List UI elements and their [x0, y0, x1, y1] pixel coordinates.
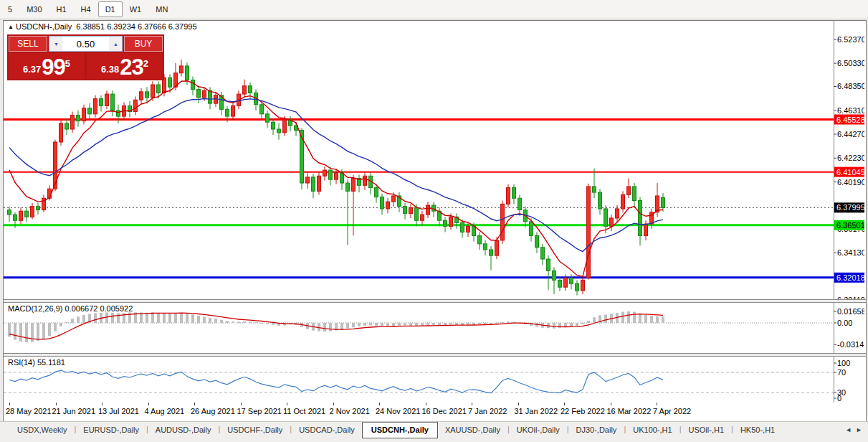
tab-scroll-left-icon[interactable]: ◄	[845, 426, 852, 433]
candle-body	[329, 170, 333, 179]
date-tick	[472, 403, 472, 405]
macd-bar	[105, 313, 108, 323]
buy-price-box[interactable]: 6.38232	[87, 53, 163, 79]
date-tick	[564, 403, 565, 405]
timeframe-button-h4[interactable]: H4	[74, 1, 98, 17]
symbol-tab-usdchf-daily[interactable]: USDCHF-,Daily	[220, 422, 290, 437]
symbol-tab-xauusd-daily[interactable]: XAUUSD-,Daily	[438, 422, 507, 437]
chart-title-symbol: USDCNH-,Daily	[16, 22, 72, 31]
symbol-tab-usdx-weekly[interactable]: USDX,Weekly	[10, 422, 74, 437]
candle-body	[432, 205, 436, 211]
symbol-tab-uk100-h1[interactable]: UK100-,H1	[626, 422, 679, 437]
macd-bar	[191, 314, 194, 323]
symbol-tab-hk50-h1[interactable]: HK50-,H1	[733, 422, 782, 437]
timeframe-button-d1[interactable]: D1	[98, 1, 123, 17]
lot-increase-button[interactable]: ▲	[109, 37, 122, 51]
candle-body	[570, 278, 573, 283]
rsi-pane[interactable]: 10070300 RSI(14) 55.1181	[4, 357, 866, 403]
candle-body	[186, 66, 189, 80]
candle-body	[449, 217, 453, 226]
macd-bar	[77, 316, 80, 323]
timeframe-button-m30[interactable]: M30	[19, 1, 49, 17]
macd-bar	[180, 313, 183, 323]
rsi-name: RSI(14)	[8, 358, 35, 367]
candle-body	[576, 283, 579, 291]
rsi-value: 55.1181	[37, 358, 65, 367]
macd-bar	[444, 323, 447, 325]
date-axis[interactable]: 28 May 202121 Jun 202113 Jul 20214 Aug 2…	[4, 403, 866, 421]
candle-body	[105, 94, 109, 105]
candle-body	[616, 209, 619, 218]
candle-body	[71, 115, 75, 129]
timeframe-button-mn[interactable]: MN	[148, 1, 175, 17]
rsi-axis-label: 0	[837, 394, 841, 403]
macd-bar	[587, 321, 590, 323]
candle-body	[243, 86, 247, 94]
macd-bar	[249, 321, 252, 323]
candle-body	[627, 187, 631, 194]
macd-bar	[438, 323, 441, 325]
candle-body	[644, 224, 648, 235]
candle-body	[140, 92, 143, 100]
price-tag-text: 6.36501	[836, 221, 864, 230]
candle-body	[598, 192, 602, 209]
macd-bar	[369, 323, 372, 325]
candle-body	[157, 85, 161, 93]
macd-bar	[318, 323, 320, 332]
candle-body	[587, 187, 591, 278]
symbol-tab-usoil-h1[interactable]: USOil-,H1	[682, 422, 732, 437]
candle-body	[507, 188, 510, 204]
price-tag-text: 6.41045	[836, 168, 864, 177]
price-axis-label: 6.46310	[837, 106, 864, 115]
price-axis-label: 6.50330	[837, 59, 864, 67]
date-tick	[148, 403, 149, 405]
candle-body	[352, 179, 356, 192]
macd-bar	[220, 320, 223, 323]
macd-bar	[501, 322, 504, 323]
symbol-tab-ukoil-daily[interactable]: UKOil-,Daily	[510, 422, 567, 437]
date-label: 16 Dec 2021	[422, 407, 467, 415]
candle-body	[518, 198, 522, 210]
candle-body	[94, 99, 97, 114]
symbol-tab-usdcad-daily[interactable]: USDCAD-,Daily	[292, 422, 362, 437]
lot-size-input[interactable]	[62, 37, 109, 51]
price-pane[interactable]: 6.523706.503306.483506.463106.442706.422…	[4, 21, 866, 299]
macd-bar	[639, 313, 642, 323]
macd-bar	[243, 321, 246, 323]
candle-body	[444, 220, 447, 226]
candle-body	[266, 114, 270, 122]
macd-bar	[254, 322, 257, 323]
sell-price-box[interactable]: 6.37995	[9, 53, 85, 79]
macd-pane[interactable]: 0.0165860.00-0.031421 MACD(12,26,9) 0.00…	[4, 303, 866, 353]
macd-bar	[151, 313, 154, 323]
candle-body	[180, 66, 183, 73]
chart-window: 6.523706.503306.483506.463106.442706.422…	[3, 20, 867, 422]
candle-body	[421, 215, 424, 220]
candle-body	[323, 170, 327, 176]
symbol-tab-dj30-daily[interactable]: DJ30-,Daily	[569, 422, 624, 437]
candle-body	[484, 244, 487, 250]
candle-body	[558, 280, 562, 287]
lot-decrease-button[interactable]: ▼	[49, 37, 62, 51]
timeframe-button-5[interactable]: 5	[1, 1, 19, 17]
timeframe-button-h1[interactable]: H1	[49, 1, 74, 17]
sell-button[interactable]: SELL	[9, 36, 47, 52]
tab-scroll-right-icon[interactable]: ►	[856, 426, 862, 433]
rsi-label: RSI(14) 55.1181	[8, 358, 65, 367]
candle-body	[593, 187, 596, 192]
macd-bar	[197, 316, 200, 323]
rsi-line	[9, 370, 663, 393]
buy-button[interactable]: BUY	[124, 36, 163, 52]
symbol-tab-audusd-daily[interactable]: AUDUSD-,Daily	[148, 422, 219, 437]
candle-body	[581, 280, 585, 291]
macd-axis-label: -0.031421	[837, 340, 864, 349]
candle-body	[209, 90, 212, 103]
timeframe-button-w1[interactable]: W1	[123, 1, 149, 17]
macd-bar	[340, 323, 343, 329]
macd-bar	[352, 323, 355, 327]
date-tick	[194, 403, 195, 405]
date-tick	[56, 403, 57, 405]
symbol-tab-eurusd-daily[interactable]: EURUSD-,Daily	[76, 422, 146, 437]
symbol-tab-usdcnh-daily[interactable]: USDCNH-,Daily	[362, 422, 438, 438]
collapse-panel-icon[interactable]: ▲	[8, 24, 14, 30]
